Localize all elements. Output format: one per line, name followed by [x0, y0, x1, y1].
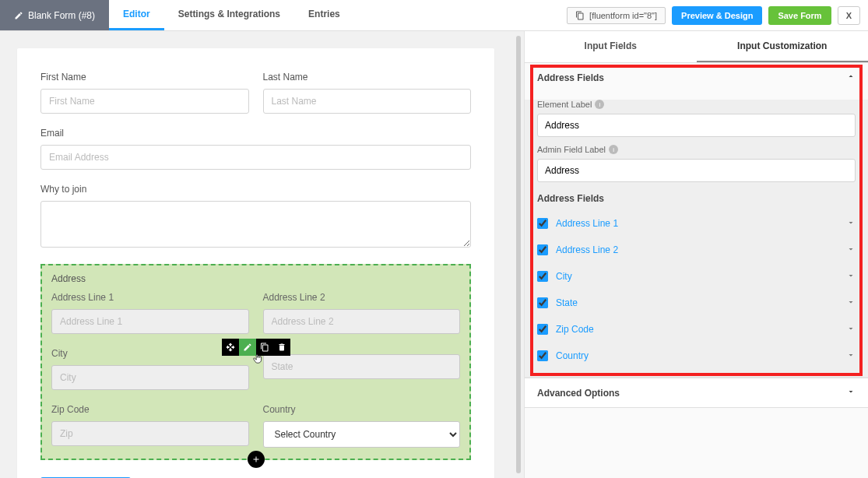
chevron-down-icon[interactable] — [846, 297, 856, 308]
first-name-input[interactable] — [40, 89, 249, 114]
form-name-text: Blank Form (#8) — [28, 10, 95, 21]
element-label-input[interactable] — [537, 114, 856, 137]
last-name-input[interactable] — [263, 89, 472, 114]
chevron-down-icon[interactable] — [846, 218, 856, 229]
address-field-checkbox[interactable] — [537, 324, 548, 335]
address-field-link[interactable]: Zip Code — [556, 324, 838, 335]
editor-column: First Name Last Name Email Why to join A… — [0, 31, 511, 478]
chevron-down-icon[interactable] — [846, 271, 856, 282]
chevron-down-icon[interactable] — [846, 324, 856, 335]
admin-label-input[interactable] — [537, 159, 856, 182]
address-field-row: Country — [537, 343, 856, 369]
move-icon — [226, 343, 235, 352]
address-fields-list: Address Line 1Address Line 2CityStateZip… — [537, 210, 856, 369]
trash-icon — [277, 343, 286, 352]
pencil-icon — [243, 343, 252, 352]
address-line1-label: Address Line 1 — [51, 292, 249, 303]
chevron-up-icon — [846, 72, 856, 83]
add-field-button[interactable] — [248, 451, 265, 468]
address-fields-subheading: Address Fields — [537, 193, 856, 204]
close-button[interactable]: X — [838, 6, 860, 25]
tab-entries[interactable]: Entries — [294, 0, 354, 30]
email-label: Email — [40, 128, 471, 139]
chevron-down-icon — [846, 387, 856, 399]
admin-label-caption: Admin Field Label i — [537, 145, 856, 154]
address-field-checkbox[interactable] — [537, 244, 548, 255]
address-field-checkbox[interactable] — [537, 350, 548, 361]
address-field-row: Address Line 2 — [537, 237, 856, 263]
address-field-link[interactable]: City — [556, 271, 838, 282]
why-label: Why to join — [40, 184, 471, 195]
zip-label: Zip Code — [51, 404, 249, 415]
address-block[interactable]: Address Address Line 1 Address Line 2 Ci… — [40, 264, 471, 460]
address-title: Address — [51, 273, 460, 284]
panel-advanced-title: Advanced Options — [537, 388, 620, 399]
form-canvas: First Name Last Name Email Why to join A… — [17, 48, 494, 478]
why-textarea[interactable] — [40, 201, 471, 248]
plus-icon — [251, 455, 261, 464]
panel-drag-handle[interactable] — [511, 31, 524, 478]
block-toolbar — [222, 339, 290, 356]
copy-icon — [260, 343, 269, 352]
move-button[interactable] — [222, 339, 239, 356]
last-name-field: Last Name — [263, 72, 472, 114]
top-bar-left: Blank Form (#8) Editor Settings & Integr… — [0, 0, 354, 30]
shortcode-box[interactable]: [fluentform id="8"] — [567, 7, 666, 24]
tab-settings[interactable]: Settings & Integrations — [164, 0, 294, 30]
address-field-link[interactable]: Address Line 2 — [556, 244, 838, 255]
tab-input-fields[interactable]: Input Fields — [525, 31, 697, 62]
sidebar: Input Fields Input Customization Address… — [524, 31, 868, 478]
address-field-row: City — [537, 263, 856, 290]
why-field: Why to join — [40, 184, 471, 250]
address-line1-input[interactable] — [51, 309, 249, 334]
form-name-tab[interactable]: Blank Form (#8) — [0, 0, 109, 30]
shortcode-text: [fluentform id="8"] — [589, 11, 657, 20]
preview-button[interactable]: Preview & Design — [672, 6, 762, 25]
panel-address-header[interactable]: Address Fields — [525, 63, 868, 92]
email-input[interactable] — [40, 145, 471, 170]
delete-button[interactable] — [273, 339, 290, 356]
address-field-link[interactable]: State — [556, 297, 838, 308]
address-line2-label: Address Line 2 — [263, 292, 461, 303]
element-label-caption: Element Label i — [537, 100, 856, 109]
chevron-down-icon[interactable] — [846, 244, 856, 255]
info-icon[interactable]: i — [609, 145, 618, 154]
copy-icon — [575, 11, 585, 20]
chevron-down-icon[interactable] — [846, 350, 856, 361]
tab-editor[interactable]: Editor — [109, 0, 164, 30]
address-line2-input[interactable] — [263, 309, 461, 334]
top-bar-right: [fluentform id="8"] Preview & Design Sav… — [567, 6, 868, 25]
tab-input-customization[interactable]: Input Customization — [697, 31, 869, 62]
zip-input[interactable] — [51, 421, 249, 446]
first-name-label: First Name — [40, 72, 249, 83]
state-input[interactable] — [263, 354, 461, 379]
city-label: City — [51, 348, 249, 359]
panel-address-body: Element Label i Admin Field Label i Addr… — [525, 100, 868, 377]
panel-advanced: Advanced Options — [525, 378, 868, 408]
country-label: Country — [263, 404, 461, 415]
panel-address-fields: Address Fields Element Label i Admin Fie… — [525, 63, 868, 378]
main-wrap: First Name Last Name Email Why to join A… — [0, 31, 868, 478]
last-name-label: Last Name — [263, 72, 472, 83]
address-field-checkbox[interactable] — [537, 297, 548, 308]
address-field-checkbox[interactable] — [537, 218, 548, 229]
address-field-row: State — [537, 290, 856, 316]
top-bar: Blank Form (#8) Editor Settings & Integr… — [0, 0, 868, 31]
panel-advanced-header[interactable]: Advanced Options — [525, 378, 868, 407]
email-field: Email — [40, 128, 471, 170]
edit-button[interactable] — [239, 339, 256, 356]
address-field-checkbox[interactable] — [537, 271, 548, 282]
pencil-icon — [14, 11, 23, 20]
info-icon[interactable]: i — [595, 100, 604, 109]
sidebar-tabs: Input Fields Input Customization — [525, 31, 868, 63]
country-select[interactable]: Select Country — [263, 421, 461, 448]
copy-button[interactable] — [256, 339, 273, 356]
address-field-link[interactable]: Address Line 1 — [556, 218, 838, 229]
save-button[interactable]: Save Form — [768, 6, 831, 25]
address-field-row: Address Line 1 — [537, 210, 856, 237]
address-field-link[interactable]: Country — [556, 350, 838, 361]
first-name-field: First Name — [40, 72, 249, 114]
panel-address-title: Address Fields — [537, 72, 604, 83]
city-input[interactable] — [51, 365, 249, 390]
address-field-row: Zip Code — [537, 316, 856, 343]
